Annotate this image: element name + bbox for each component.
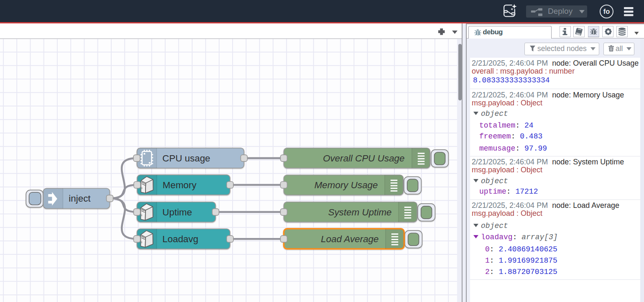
- svg-text:CPU usage: CPU usage: [162, 153, 210, 164]
- svg-text:Loadavg: Loadavg: [162, 234, 198, 244]
- svg-text:Memory Usage: Memory Usage: [314, 180, 378, 190]
- svg-text:System Uptime: System Uptime: [328, 207, 392, 218]
- svg-text:Overall CPU Usage: Overall CPU Usage: [323, 153, 404, 164]
- svg-text:Uptime: Uptime: [162, 207, 192, 218]
- svg-text:Load Average: Load Average: [321, 234, 378, 244]
- svg-text:inject: inject: [69, 193, 91, 204]
- svg-text:Memory: Memory: [163, 180, 197, 190]
